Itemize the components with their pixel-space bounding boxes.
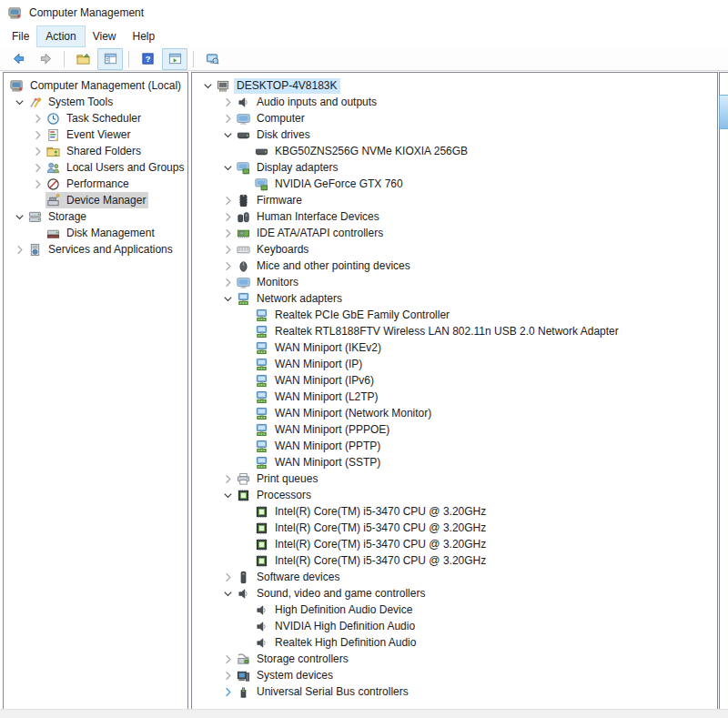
device-tree-item[interactable]: WAN Miniport (SSTP) [192, 454, 717, 470]
device-tree-item-label[interactable]: Network adapters [254, 291, 345, 307]
device-tree-item-label[interactable]: Monitors [254, 275, 301, 290]
device-tree-item-label[interactable]: Sound, video and game controllers [254, 586, 428, 602]
collapse-chevron-icon[interactable] [219, 160, 236, 175]
menu-item-view[interactable]: View [85, 26, 125, 46]
device-tree-item[interactable]: WAN Miniport (Network Monitor) [192, 405, 717, 421]
console-tree-item-label[interactable]: Task Scheduler [64, 111, 144, 126]
collapse-chevron-icon[interactable] [11, 95, 27, 109]
console-tree-item[interactable]: Disk Management [4, 225, 187, 241]
device-tree-item-label[interactable]: Display adapters [254, 160, 340, 176]
device-tree-item[interactable]: DESKTOP-4V8183K [192, 77, 717, 94]
console-tree-item-label[interactable]: Services and Applications [46, 242, 176, 258]
device-tree-item[interactable]: Realtek High Definition Audio [192, 634, 717, 651]
device-tree-item-label[interactable]: Mice and other pointing devices [254, 258, 413, 274]
device-tree-item[interactable]: System devices [192, 667, 717, 683]
device-tree-item-label[interactable]: Keyboards [254, 242, 311, 258]
device-tree-item[interactable]: Software devices [192, 569, 717, 585]
show-console-tree-button[interactable] [97, 48, 123, 70]
expand-chevron-icon[interactable] [219, 95, 236, 109]
expand-chevron-icon[interactable] [219, 193, 236, 207]
collapse-chevron-icon[interactable] [219, 586, 236, 601]
device-tree-item-label[interactable]: WAN Miniport (PPTP) [272, 439, 383, 454]
device-tree-item[interactable]: Realtek PCIe GbE Family Controller [192, 307, 717, 323]
device-tree-item-label[interactable]: Computer [254, 111, 308, 126]
device-tree-item[interactable]: Keyboards [192, 241, 717, 258]
scan-hardware-changes-button[interactable] [199, 48, 225, 70]
console-tree-item[interactable]: Performance [4, 176, 187, 192]
device-tree-item[interactable]: Intel(R) Core(TM) i5-3470 CPU @ 3.20GHz [192, 520, 717, 536]
device-tree-item[interactable]: Universal Serial Bus controllers [192, 683, 717, 700]
console-tree-item-label[interactable]: Shared Folders [64, 144, 144, 159]
expand-chevron-icon[interactable] [29, 111, 46, 126]
device-tree-item-label[interactable]: WAN Miniport (IP) [272, 357, 365, 372]
forward-button[interactable] [33, 48, 58, 70]
console-tree-item[interactable]: Storage [4, 208, 187, 225]
menu-item-action[interactable]: Action [37, 26, 84, 46]
expand-chevron-icon[interactable] [219, 258, 236, 273]
up-one-level-button[interactable] [70, 48, 96, 70]
device-tree-item-label[interactable]: System devices [254, 668, 336, 683]
show-action-pane-button[interactable] [162, 48, 187, 70]
device-tree-item[interactable]: High Definition Audio Device [192, 602, 717, 618]
device-tree-item-label[interactable]: Realtek RTL8188FTV Wireless LAN 802.11n … [272, 324, 622, 339]
console-tree-item-label[interactable]: Computer Management (Local) [27, 78, 184, 94]
device-tree-item-label[interactable]: Firmware [254, 193, 305, 208]
device-tree-item[interactable]: Audio inputs and outputs [192, 94, 717, 110]
device-tree-item[interactable]: Intel(R) Core(TM) i5-3470 CPU @ 3.20GHz [192, 536, 717, 552]
expand-chevron-icon[interactable] [219, 242, 236, 257]
collapse-chevron-icon[interactable] [219, 127, 236, 142]
device-tree-item[interactable]: Storage controllers [192, 651, 717, 667]
collapse-chevron-icon[interactable] [11, 209, 27, 224]
console-tree-item[interactable]: Computer Management (Local) [4, 77, 187, 94]
console-tree-item-label[interactable]: Device Manager [64, 193, 148, 208]
device-tree-item-label[interactable]: High Definition Audio Device [272, 602, 415, 618]
device-tree-item[interactable]: NVIDIA High Definition Audio [192, 618, 717, 634]
device-tree-item-label[interactable]: IDE ATA/ATAPI controllers [254, 226, 386, 241]
collapse-chevron-icon[interactable] [199, 78, 216, 93]
device-tree-item-label[interactable]: WAN Miniport (L2TP) [272, 389, 381, 405]
console-tree-item-label[interactable]: Local Users and Groups [64, 160, 187, 176]
device-tree-item-label[interactable]: WAN Miniport (SSTP) [272, 455, 383, 470]
device-tree-item[interactable]: NVIDIA GeForce GTX 760 [192, 176, 717, 192]
collapse-chevron-icon[interactable] [219, 488, 236, 502]
device-tree-item[interactable]: Realtek RTL8188FTV Wireless LAN 802.11n … [192, 323, 717, 339]
console-tree-item-label[interactable]: Event Viewer [64, 127, 133, 143]
device-tree-item[interactable]: WAN Miniport (PPTP) [192, 438, 717, 454]
device-tree-item[interactable]: Firmware [192, 192, 717, 208]
expand-chevron-icon[interactable] [219, 275, 236, 289]
back-button[interactable] [5, 48, 31, 70]
expand-chevron-icon[interactable] [219, 471, 236, 486]
device-tree-item[interactable]: WAN Miniport (IPv6) [192, 372, 717, 389]
console-tree-item[interactable]: Event Viewer [4, 126, 187, 143]
console-tree-item[interactable]: Local Users and Groups [4, 159, 187, 176]
device-tree-item[interactable]: Disk drives [192, 126, 717, 143]
expand-chevron-icon[interactable] [219, 652, 236, 666]
console-tree-item[interactable]: Shared Folders [4, 143, 187, 159]
console-tree-item-label[interactable]: Storage [46, 209, 89, 225]
console-tree-item[interactable]: Services and Applications [4, 241, 187, 258]
device-tree-item-label[interactable]: Software devices [254, 570, 342, 585]
expand-chevron-icon[interactable] [219, 226, 236, 240]
menu-item-help[interactable]: Help [125, 26, 164, 46]
device-tree-item[interactable]: Computer [192, 110, 717, 126]
device-tree-item[interactable]: WAN Miniport (IKEv2) [192, 339, 717, 356]
device-tree-item-label[interactable]: Intel(R) Core(TM) i5-3470 CPU @ 3.20GHz [272, 504, 489, 520]
device-tree-item-label[interactable]: Print queues [254, 471, 320, 487]
device-tree-item[interactable]: Human Interface Devices [192, 208, 717, 225]
device-tree-item-label[interactable]: Disk drives [254, 127, 313, 143]
device-tree-item[interactable]: Intel(R) Core(TM) i5-3470 CPU @ 3.20GHz [192, 503, 717, 520]
device-tree-item-label[interactable]: Realtek PCIe GbE Family Controller [272, 308, 452, 323]
console-tree-item-label[interactable]: System Tools [46, 95, 116, 110]
expand-chevron-icon[interactable] [29, 160, 46, 175]
device-tree-item-label[interactable]: WAN Miniport (Network Monitor) [272, 406, 434, 421]
device-tree-item-label[interactable]: DESKTOP-4V8183K [234, 78, 340, 94]
collapse-chevron-icon[interactable] [219, 291, 236, 306]
expand-chevron-icon[interactable] [29, 144, 46, 158]
expand-chevron-icon[interactable] [219, 570, 236, 584]
device-tree-item[interactable]: WAN Miniport (L2TP) [192, 389, 717, 405]
expand-chevron-icon[interactable] [219, 684, 236, 699]
console-tree-item-label[interactable]: Performance [64, 177, 132, 192]
device-tree-item-label[interactable]: WAN Miniport (IKEv2) [272, 340, 384, 356]
console-tree-item-label[interactable]: Disk Management [64, 226, 157, 241]
expand-chevron-icon[interactable] [11, 242, 27, 257]
